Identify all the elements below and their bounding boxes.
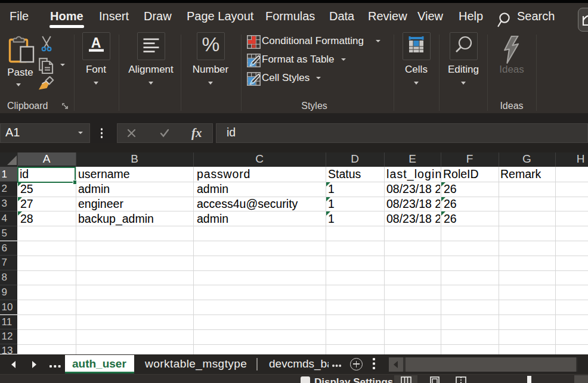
svg-text:A: A (91, 35, 101, 51)
svg-text:%: % (202, 33, 220, 55)
